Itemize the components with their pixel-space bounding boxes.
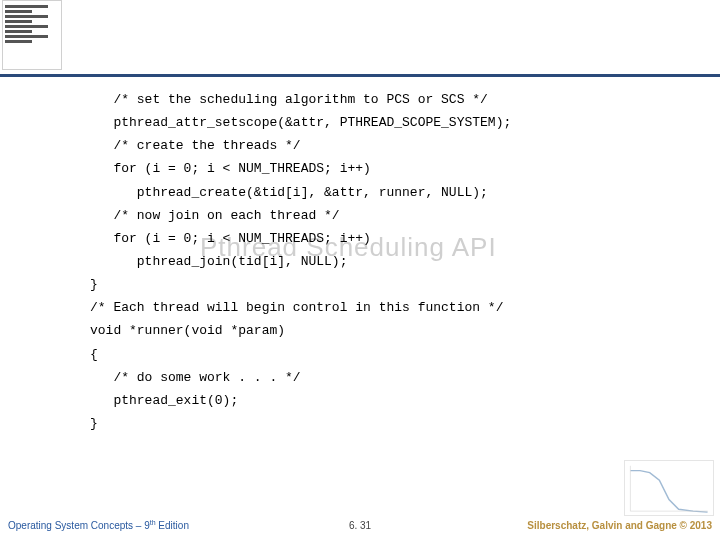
thumbnail-preview <box>2 0 62 70</box>
thumb-decor <box>5 30 32 33</box>
code-line: pthread_create(&tid[i], &attr, runner, N… <box>90 183 690 203</box>
thumb-decor <box>5 20 32 23</box>
footer-left-prefix: Operating System Concepts – 9 <box>8 520 150 531</box>
footer-copyright: Silberschatz, Galvin and Gagne © 2013 <box>527 520 712 531</box>
thumb-decor <box>5 15 48 18</box>
code-line: /* Each thread will begin control in thi… <box>90 298 690 318</box>
code-line: void *runner(void *param) <box>90 321 690 341</box>
thumb-decor <box>5 10 32 13</box>
code-line: pthread_attr_setscope(&attr, PTHREAD_SCO… <box>90 113 690 133</box>
code-line: { <box>90 345 690 365</box>
code-line: } <box>90 275 690 295</box>
code-line: /* create the threads */ <box>90 136 690 156</box>
code-line: /* do some work . . . */ <box>90 368 690 388</box>
thumb-decor <box>5 40 32 43</box>
slide-footer: Operating System Concepts – 9th Edition … <box>0 516 720 534</box>
code-line: for (i = 0; i < NUM_THREADS; i++) <box>90 229 690 249</box>
decorative-chart <box>624 460 714 516</box>
code-block: /* set the scheduling algorithm to PCS o… <box>90 90 690 437</box>
code-line: } <box>90 414 690 434</box>
thumb-decor <box>5 35 48 38</box>
footer-book-title: Operating System Concepts – 9th Edition <box>8 519 189 531</box>
code-line: /* set the scheduling algorithm to PCS o… <box>90 90 690 110</box>
header-divider <box>0 74 720 77</box>
thumb-decor <box>5 5 48 8</box>
footer-left-suffix: Edition <box>156 520 189 531</box>
slide: Pthread Scheduling API /* set the schedu… <box>0 0 720 540</box>
thumb-decor <box>5 25 48 28</box>
code-line: /* now join on each thread */ <box>90 206 690 226</box>
code-line: for (i = 0; i < NUM_THREADS; i++) <box>90 159 690 179</box>
slide-number: 6. 31 <box>349 520 371 531</box>
code-line: pthread_join(tid[i], NULL); <box>90 252 690 272</box>
code-line: pthread_exit(0); <box>90 391 690 411</box>
